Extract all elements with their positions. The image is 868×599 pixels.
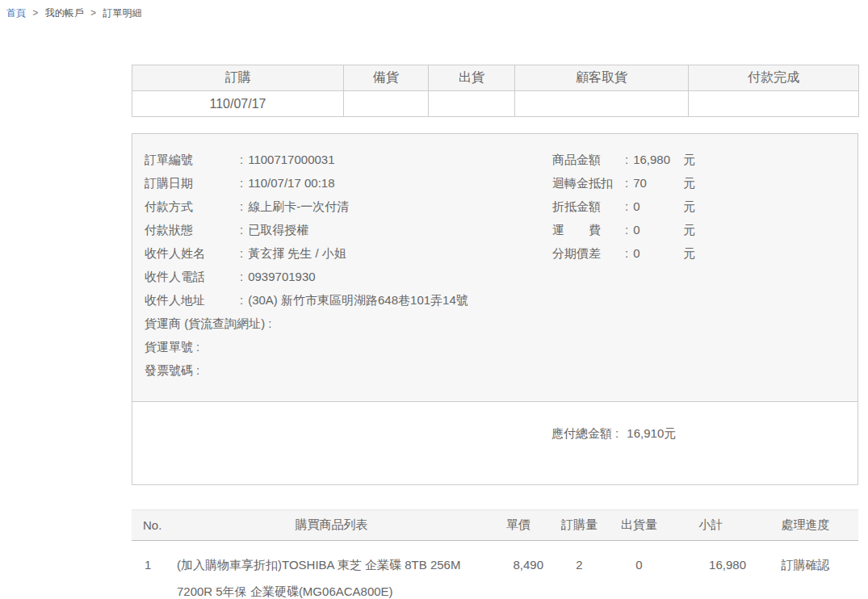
- carrier-row: 貨運商 (貨流查詢網址):: [145, 312, 552, 335]
- shipping-fee-value: 0: [633, 218, 683, 241]
- order-detail-page: 首頁 > 我的帳戶 > 訂單明細 訂購 備貨 出貨 顧客取貨 付款完成 110/…: [0, 0, 868, 599]
- colon: :: [240, 153, 243, 166]
- recipient-phone-label: 收件人電話: [145, 265, 240, 288]
- order-number-value: 1100717000031: [248, 153, 334, 166]
- breadcrumb-home-link[interactable]: 首頁: [6, 7, 26, 19]
- total-payable-label: 應付總金額: [551, 426, 612, 440]
- currency-unit: 元: [683, 223, 695, 237]
- main-content: 訂購 備貨 出貨 顧客取貨 付款完成 110/07/17 訂單編號:110071…: [132, 65, 858, 599]
- colon: :: [240, 246, 243, 260]
- product-name: (加入購物車享折扣)TOSHIBA 東芝 企業碟 8TB 256M 7200R …: [176, 541, 487, 599]
- colon: :: [240, 223, 243, 237]
- payment-method-value: 線上刷卡-一次付清: [248, 199, 349, 213]
- colon: :: [625, 223, 628, 237]
- items-amount-label: 商品金額: [552, 148, 625, 171]
- col-header-no: No.: [132, 510, 176, 541]
- recipient-name-label: 收件人姓名: [145, 241, 240, 265]
- breadcrumb-current: 訂單明細: [103, 7, 141, 19]
- status-header-preparing: 備貨: [344, 65, 429, 91]
- status-pickup-date: [515, 91, 689, 117]
- currency-unit: 元: [683, 153, 695, 166]
- col-header-subtotal: 小計: [669, 510, 753, 541]
- shipping-fee-label: 運 費: [552, 218, 625, 241]
- breadcrumb-my-account: 我的帳戶: [45, 7, 84, 19]
- col-header-product-list: 購買商品列表: [176, 510, 487, 541]
- discount-amount-row: 折抵金額:0元: [552, 195, 695, 218]
- product-table-header-row: No. 購買商品列表 單價 訂購量 出貨量 小計 處理進度: [132, 510, 858, 541]
- colon: :: [268, 316, 271, 330]
- order-number-row: 訂單編號:1100717000031: [145, 148, 552, 171]
- items-amount-value: 16,980: [633, 148, 683, 171]
- product-row: 1 (加入購物車享折扣)TOSHIBA 東芝 企業碟 8TB 256M 7200…: [132, 541, 858, 599]
- discount-amount-value: 0: [633, 195, 683, 218]
- rebate-deduction-value: 70: [633, 171, 683, 195]
- order-info-box: 訂單編號:1100717000031 訂購日期:110/07/17 00:18 …: [132, 133, 858, 485]
- product-subtotal: 16,980: [669, 541, 753, 599]
- colon: :: [625, 246, 628, 260]
- order-number-label: 訂單編號: [145, 148, 240, 171]
- status-header-shipped: 出貨: [429, 65, 515, 91]
- invoice-number-row: 發票號碼:: [145, 358, 552, 382]
- product-unit-price: 8,490: [487, 541, 550, 599]
- breadcrumb-separator: >: [32, 7, 38, 19]
- items-amount-row: 商品金額:16,980元: [552, 148, 695, 171]
- status-header-pickup: 顧客取貨: [515, 65, 689, 91]
- total-payable-section: 應付總金額: 16,910元: [132, 401, 858, 484]
- product-table: No. 購買商品列表 單價 訂購量 出貨量 小計 處理進度 1 (加入購物車享折…: [132, 509, 858, 599]
- product-shipped-qty: 0: [609, 541, 669, 599]
- status-preparing-date: [344, 91, 429, 117]
- payment-method-row: 付款方式:線上刷卡-一次付清: [145, 195, 552, 218]
- colon: :: [240, 199, 243, 213]
- order-info-right-column: 商品金額:16,980元 迴轉金抵扣:70元 折抵金額:0元 運 費:0元 分期…: [552, 148, 695, 265]
- status-header-paid: 付款完成: [689, 65, 859, 91]
- carrier-label: 貨運商 (貨流查詢網址): [145, 316, 265, 330]
- product-row-number: 1: [132, 541, 176, 599]
- colon: :: [240, 293, 243, 307]
- recipient-name-value: 黃玄揮 先生 / 小姐: [248, 246, 346, 260]
- col-header-progress: 處理進度: [753, 510, 858, 541]
- tracking-number-row: 貨運單號:: [145, 335, 552, 358]
- col-header-unit-price: 單價: [487, 510, 550, 541]
- product-order-qty: 2: [550, 541, 609, 599]
- order-date-label: 訂購日期: [145, 171, 240, 195]
- status-paid-date: [689, 91, 859, 117]
- colon: :: [625, 153, 628, 166]
- payment-method-label: 付款方式: [145, 195, 240, 218]
- payment-status-row: 付款狀態:已取得授權: [145, 218, 552, 241]
- order-info-left-column: 訂單編號:1100717000031 訂購日期:110/07/17 00:18 …: [145, 148, 552, 382]
- order-status-table: 訂購 備貨 出貨 顧客取貨 付款完成 110/07/17: [132, 65, 859, 117]
- status-header-ordered: 訂購: [132, 65, 344, 91]
- recipient-phone-value: 0939701930: [248, 270, 315, 283]
- installment-diff-value: 0: [633, 241, 683, 265]
- tracking-number-label: 貨運單號: [145, 340, 193, 354]
- order-date-value: 110/07/17 00:18: [248, 176, 334, 190]
- rebate-deduction-label: 迴轉金抵扣: [552, 171, 625, 195]
- recipient-address-row: 收件人地址:(30A) 新竹市東區明湖路648巷101弄14號: [145, 288, 552, 312]
- order-date-row: 訂購日期:110/07/17 00:18: [145, 171, 552, 195]
- currency-unit: 元: [683, 199, 695, 213]
- colon: :: [625, 199, 628, 213]
- status-shipped-date: [429, 91, 515, 117]
- payment-status-label: 付款狀態: [145, 218, 240, 241]
- currency-unit: 元: [683, 176, 695, 190]
- col-header-order-qty: 訂購量: [550, 510, 609, 541]
- colon: :: [625, 176, 628, 190]
- breadcrumb: 首頁 > 我的帳戶 > 訂單明細: [0, 0, 868, 20]
- recipient-name-row: 收件人姓名:黃玄揮 先生 / 小姐: [145, 241, 552, 265]
- colon: :: [240, 270, 243, 283]
- product-progress-status: 訂購確認: [753, 541, 858, 599]
- currency-unit: 元: [683, 246, 695, 260]
- colon: :: [240, 176, 243, 190]
- payment-status-value: 已取得授權: [248, 223, 308, 237]
- shipping-fee-row: 運 費:0元: [552, 218, 695, 241]
- recipient-phone-row: 收件人電話:0939701930: [145, 265, 552, 288]
- colon: :: [196, 340, 199, 354]
- order-info-details: 訂單編號:1100717000031 訂購日期:110/07/17 00:18 …: [132, 134, 858, 401]
- total-payable-value: 16,910元: [627, 426, 676, 440]
- recipient-address-label: 收件人地址: [145, 288, 240, 312]
- invoice-number-label: 發票號碼: [145, 363, 193, 377]
- installment-diff-label: 分期價差: [552, 241, 625, 265]
- rebate-deduction-row: 迴轉金抵扣:70元: [552, 171, 695, 195]
- colon: :: [615, 426, 619, 440]
- colon: :: [196, 363, 199, 377]
